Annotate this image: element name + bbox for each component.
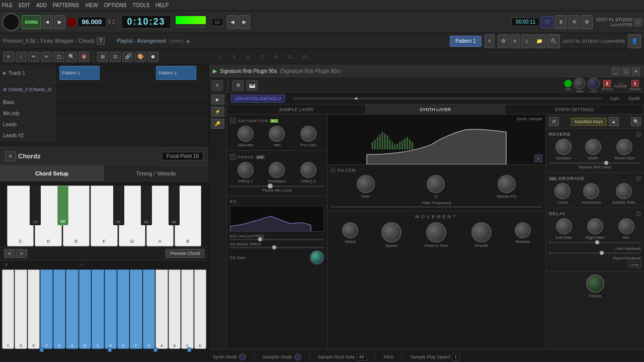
leads-track-content[interactable]	[55, 119, 208, 130]
black-key-Ds[interactable]: D#	[57, 186, 68, 225]
left-rate-knob[interactable]	[556, 218, 572, 234]
link-button[interactable]: 🔗	[122, 52, 133, 62]
delay-power-btn[interactable]	[636, 211, 641, 216]
undo-button[interactable]: ↺	[549, 117, 559, 126]
stop-button[interactable]: ■	[43, 15, 53, 29]
menu-edit[interactable]: EDIT	[19, 3, 30, 8]
browser-button[interactable]: 📁	[533, 34, 546, 48]
bass-track-content[interactable]	[55, 97, 208, 108]
pan-knob[interactable]	[574, 77, 586, 89]
delay-mix-knob[interactable]	[618, 218, 634, 234]
saturate-knob[interactable]	[237, 126, 254, 142]
pattern1-button[interactable]: Pattern 1	[450, 36, 481, 47]
sampler-mode-knob[interactable]	[294, 353, 301, 360]
color-button[interactable]: 🎨	[135, 52, 146, 62]
feedback-knob[interactable]	[269, 162, 285, 178]
menu-add[interactable]: ADD	[36, 3, 47, 8]
crush-knob[interactable]	[554, 183, 571, 199]
black-key-Gs[interactable]: G#	[141, 186, 152, 225]
preview-chord-button[interactable]: Preview Chord	[166, 249, 204, 258]
attack-knob[interactable]	[342, 222, 358, 238]
range-button[interactable]	[619, 83, 623, 84]
plugin-minimize[interactable]: _	[612, 67, 620, 75]
lower-white-D3[interactable]: D	[194, 269, 206, 349]
sidebar-btn-3[interactable]: 🔑	[211, 119, 224, 129]
black-key-Fs[interactable]: F#	[113, 186, 124, 225]
fadein-knob[interactable]	[426, 222, 446, 242]
sample-root-value[interactable]: 60	[357, 353, 367, 360]
sat-power-btn[interactable]	[230, 118, 236, 124]
reverb-wet-slider[interactable]	[604, 161, 608, 165]
filter-gain-knob[interactable]	[357, 175, 375, 193]
focal-point-display[interactable]: Focal Point 18	[162, 152, 203, 160]
plugin-settings-button[interactable]: ⚙	[232, 80, 244, 90]
width-knob[interactable]	[585, 139, 601, 155]
menu-options[interactable]: OPTIONS	[104, 3, 126, 8]
lower-white-D1[interactable]: D	[15, 269, 27, 349]
lower-white-G2[interactable]: G	[143, 269, 155, 349]
vol-knob[interactable]	[588, 77, 600, 89]
smooth-knob[interactable]	[471, 222, 492, 242]
tool-cut[interactable]: ✂	[41, 52, 52, 62]
degrade-power-btn[interactable]	[636, 176, 641, 181]
melody-track-content[interactable]	[55, 108, 208, 119]
tool-pencil[interactable]: ✏	[28, 52, 39, 62]
speed-knob[interactable]	[381, 222, 401, 242]
track-button[interactable]: 1	[631, 80, 639, 87]
record2-button[interactable]: ⏺	[147, 52, 158, 62]
piano-roll-button[interactable]: ♫	[521, 34, 532, 48]
tool-erase[interactable]: ◻	[53, 52, 64, 62]
tab-chord-setup[interactable]: Chord Setup	[0, 165, 104, 181]
freq2-knob[interactable]	[300, 162, 316, 178]
lower-white-C2[interactable]: C	[92, 269, 104, 349]
eq-lowcut-slider[interactable]	[258, 237, 262, 241]
tab-synth-layer[interactable]: SYNTH LAYER	[366, 105, 505, 114]
mixer-button[interactable]: ⚙	[498, 34, 509, 48]
tool-mute[interactable]: 🔇	[78, 52, 90, 62]
on-indicator[interactable]	[565, 80, 572, 87]
channel-rack-button[interactable]: ≡	[510, 34, 520, 48]
black-key-As[interactable]: A#	[169, 186, 180, 225]
legato-button[interactable]: LEGATO/GLIDE/SOLO	[231, 95, 285, 103]
reverb-power-btn[interactable]	[636, 132, 641, 137]
samplerate-knob[interactable]	[616, 183, 632, 199]
tab-sample-layer[interactable]: SAMPLE LAYER	[227, 105, 366, 114]
plugin-maximize[interactable]: □	[622, 67, 630, 75]
lower-white-B2[interactable]: B	[169, 269, 181, 349]
pattern-block-1[interactable]: Pattern 1	[59, 66, 100, 79]
dampen-knob[interactable]	[555, 139, 572, 155]
loop-indicator[interactable]: Loop	[628, 261, 641, 268]
waveform-expand-btn[interactable]: +	[534, 154, 542, 162]
lower-white-A2[interactable]: A	[155, 269, 168, 349]
legato-slider-thumb[interactable]	[355, 98, 358, 100]
manifest-keys-button[interactable]: Manifest Keys	[571, 118, 607, 126]
sidebar-btn-1[interactable]: ▶	[211, 95, 224, 105]
plugin-picker-button[interactable]: 🔌	[547, 34, 560, 48]
lower-white-F1[interactable]: F	[40, 269, 52, 349]
menu-patterns[interactable]: PATTERNS	[53, 3, 79, 8]
pregain-knob[interactable]	[300, 126, 316, 142]
release-knob[interactable]	[515, 222, 531, 238]
phase-mix-slider[interactable]	[268, 184, 273, 189]
black-key-Cs[interactable]: C#	[30, 186, 41, 225]
manifest-expand[interactable]: ▲	[609, 117, 619, 126]
lower-white-B1[interactable]: B	[79, 269, 91, 349]
lower-white-E1[interactable]: E	[28, 269, 40, 349]
chorus-knob[interactable]	[586, 275, 604, 293]
plugin-menu-button[interactable]: ≡	[212, 80, 223, 90]
play-button[interactable]: ▶	[54, 15, 65, 29]
lower-white-D2[interactable]: D	[105, 269, 117, 349]
tab-timing-velocity[interactable]: Timing / Velocity	[104, 165, 208, 181]
eq-gain-knob[interactable]	[310, 250, 324, 264]
right-feedback-slider[interactable]	[600, 251, 604, 255]
menu-help[interactable]: HELP	[155, 3, 169, 8]
pause-button[interactable]: ⏸	[555, 15, 567, 29]
chordz-track-content[interactable]	[55, 82, 208, 97]
lower-white-C3[interactable]: C	[181, 269, 193, 349]
record-button[interactable]	[67, 18, 76, 27]
harmonics-knob[interactable]	[583, 183, 599, 199]
tool-select[interactable]: ↕	[16, 52, 27, 62]
filter-q-knob[interactable]	[427, 175, 445, 193]
playlist-view-button[interactable]: ≡	[3, 52, 14, 62]
prev-button[interactable]: ◀	[227, 15, 238, 29]
